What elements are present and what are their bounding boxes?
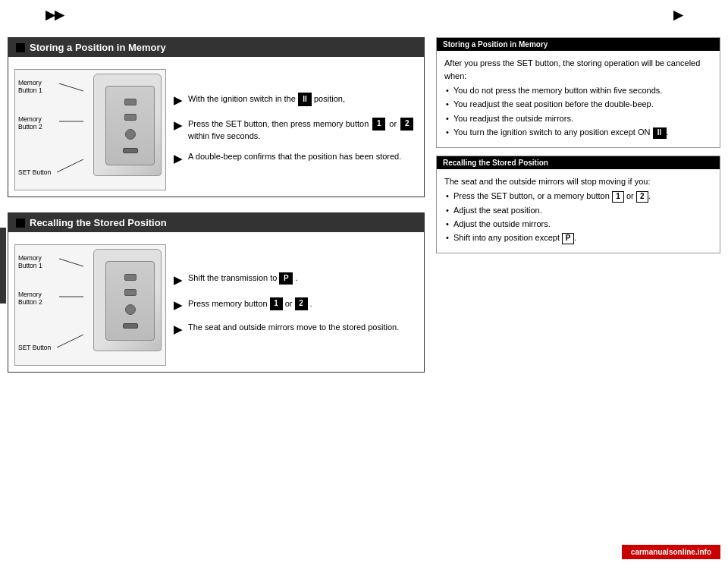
diag-label-mb1-2: MemoryButton 1: [18, 254, 42, 269]
diag-label-mb2: MemoryButton 2: [18, 115, 42, 131]
recalling-steps: ▶ Shift the transmission to P . ▶ Pres: [174, 244, 418, 366]
site-logo: carmanualsonline.info: [622, 545, 720, 559]
r-bullet-1: Press the SET button, or a memory button…: [444, 190, 712, 203]
arrow-icon-r3: ▶: [174, 322, 182, 338]
info-box-recalling: Recalling the Stored Position The seat a…: [436, 156, 720, 253]
ii-badge: II: [298, 93, 312, 106]
black-square-icon-2: [16, 219, 25, 228]
mem-btn1-illus-2: [124, 274, 136, 281]
r-bullet-4: Shift into any position except P.: [444, 232, 712, 244]
top-arrow-right: ▶: [673, 8, 682, 22]
arrow-icon-3: ▶: [174, 152, 182, 167]
svg-line-5: [57, 335, 83, 348]
info-box-storing: Storing a Position in Memory After you p…: [436, 37, 720, 148]
recalling-step1: ▶ Shift the transmission to P .: [174, 272, 418, 288]
info-storing-intro: After you press the SET button, the stor…: [444, 57, 712, 82]
diag-label-set: SET Button: [18, 168, 51, 176]
mem-btn1-illus: [124, 99, 136, 105]
bullet-1: You do not press the memory button withi…: [444, 85, 712, 96]
r-bullet-2: Adjust the seat position.: [444, 205, 712, 216]
door-panel-illus: [93, 74, 162, 176]
storing-title: Storing a Position in Memory: [30, 42, 166, 53]
r-bullet-3: Adjust the outside mirrors.: [444, 219, 712, 230]
mem-btn2-illus: [124, 114, 136, 121]
storing-body: MemoryButton 1 MemoryButton 2 SET Button: [8, 63, 424, 197]
panel-inner-2: [105, 261, 155, 341]
info-recalling-intro: The seat and the outside mirrors will st…: [444, 175, 712, 188]
diag-label-mb1: MemoryButton 1: [18, 79, 42, 94]
badge-info-1: 1: [612, 191, 624, 203]
storing-step2-text: Press the SET button, then press memory …: [188, 118, 418, 142]
badge-r1: 1: [270, 297, 283, 310]
storing-step3-text: A double-beep confirms that the position…: [188, 151, 418, 162]
recalling-step3: ▶ The seat and outside mirrors move to t…: [174, 322, 418, 338]
recalling-body: MemoryButton 1 MemoryButton 2 SET Button: [8, 238, 424, 372]
svg-line-3: [59, 259, 83, 266]
badge-1: 1: [372, 118, 385, 131]
knob-illus: [125, 129, 136, 140]
page: ▶▶ ▶ Storing a Position in Memory: [0, 0, 728, 563]
set-btn-illus: [123, 148, 138, 153]
bullet-3: You readjust the outside mirrors.: [444, 113, 712, 124]
info-storing-bullets: You do not press the memory button withi…: [444, 85, 712, 139]
storing-header: Storing a Position in Memory: [8, 38, 424, 57]
top-arrows: ▶▶ ▶: [0, 8, 728, 22]
diag-label-mb2-2: MemoryButton 2: [18, 291, 42, 306]
info-body-storing: After you press the SET button, the stor…: [437, 51, 720, 147]
storing-step3: ▶ A double-beep confirms that the positi…: [174, 151, 418, 167]
top-arrow-left: ▶▶: [46, 8, 64, 22]
storing-diagram: MemoryButton 1 MemoryButton 2 SET Button: [14, 69, 166, 190]
arrow-icon-r2: ▶: [174, 298, 182, 313]
door-panel-illus-2: [93, 249, 162, 351]
svg-line-0: [59, 83, 83, 91]
btn3-wrap-2: [125, 304, 136, 315]
panel-inner: [105, 86, 155, 165]
watermark: carmanualsonline.info: [622, 545, 720, 559]
storing-steps: ▶ With the ignition switch in the II pos…: [174, 69, 418, 190]
side-marker: [0, 228, 6, 304]
black-square-icon: [16, 43, 25, 52]
recalling-step2-text: Press memory button 1 or 2 .: [188, 297, 418, 310]
recalling-header: Recalling the Stored Position: [8, 213, 424, 232]
left-column: Storing a Position in Memory: [8, 37, 432, 388]
btn3-wrap: [125, 129, 136, 140]
arrow-icon-r1: ▶: [174, 273, 182, 288]
badge-info-2: 2: [636, 191, 648, 203]
badge-r2: 2: [295, 297, 308, 310]
storing-step1-text: With the ignition switch in the II posit…: [188, 93, 418, 106]
storing-step2: ▶ Press the SET button, then press memor…: [174, 118, 418, 142]
main-content: Storing a Position in Memory: [0, 37, 728, 388]
recalling-step1-text: Shift the transmission to P .: [188, 272, 418, 285]
info-header-storing: Storing a Position in Memory: [437, 38, 720, 51]
set-btn-illus-2: [123, 323, 138, 329]
right-column: Storing a Position in Memory After you p…: [432, 37, 720, 388]
badge-2: 2: [400, 118, 413, 131]
info-recalling-bullets: Press the SET button, or a memory button…: [444, 190, 712, 244]
knob-illus-2: [125, 304, 136, 315]
recalling-diagram: MemoryButton 1 MemoryButton 2 SET Button: [14, 244, 166, 366]
p-badge: P: [279, 272, 293, 285]
diag-label-set-2: SET Button: [18, 344, 51, 351]
recalling-step2: ▶ Press memory button 1 or 2 .: [174, 297, 418, 313]
recalling-title: Recalling the Stored Position: [30, 217, 167, 228]
ii-badge-info: II: [653, 127, 667, 139]
info-body-recalling: The seat and the outside mirrors will st…: [437, 169, 720, 253]
arrow-icon-1: ▶: [174, 93, 182, 109]
info-header-recalling: Recalling the Stored Position: [437, 156, 720, 169]
svg-line-2: [57, 159, 83, 172]
bullet-4: You turn the ignition switch to any posi…: [444, 127, 712, 139]
p-badge-info: P: [562, 233, 574, 244]
mem-btn2-illus-2: [124, 289, 136, 296]
storing-section: Storing a Position in Memory: [8, 37, 425, 197]
recalling-section: Recalling the Stored Position: [8, 212, 425, 373]
storing-step1: ▶ With the ignition switch in the II pos…: [174, 93, 418, 109]
arrow-icon-2: ▶: [174, 118, 182, 134]
bullet-2: You readjust the seat position before th…: [444, 99, 712, 110]
recalling-step3-text: The seat and outside mirrors move to the…: [188, 322, 418, 333]
